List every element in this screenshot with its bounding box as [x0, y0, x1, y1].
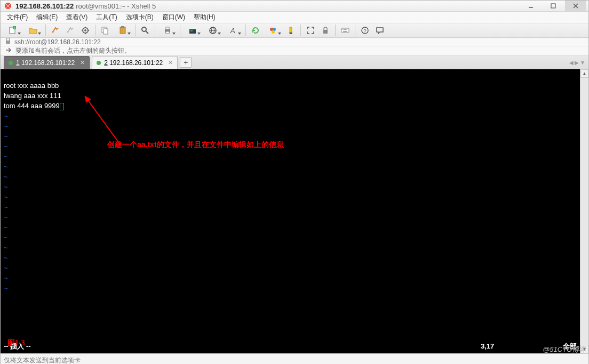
watermark: @51CTO博客 [543, 345, 586, 354]
compose-bar [1, 353, 588, 364]
toolbar-separator [180, 25, 180, 36]
terminal-line: lwang aaa xxx 111 [4, 92, 61, 100]
hint-arrow-icon[interactable] [5, 46, 12, 55]
new-session-button[interactable]: + [3, 23, 22, 37]
vertical-scrollbar[interactable]: ▲ ▼ [580, 69, 588, 353]
toolbar-separator [245, 25, 246, 36]
svg-text:+: + [13, 26, 15, 29]
menu-view[interactable]: 查看(V) [62, 12, 92, 23]
scroll-track[interactable] [580, 78, 588, 345]
menu-bar: 文件(F) 编辑(E) 查看(V) 工具(T) 选项卡(B) 窗口(W) 帮助(… [1, 12, 588, 23]
tab-label: 192.168.26.101:22 [109, 59, 163, 67]
font-button[interactable]: A [224, 23, 243, 37]
svg-point-8 [52, 31, 54, 33]
svg-line-21 [146, 31, 148, 34]
terminal[interactable]: root xxx aaaa bbb lwang aaa xxx 111 tom … [1, 69, 580, 353]
menu-tabs[interactable]: 选项卡(B) [122, 12, 158, 23]
scroll-up-button[interactable]: ▲ [580, 69, 588, 78]
fullscreen-button[interactable] [304, 23, 317, 37]
color-scheme-button[interactable] [264, 23, 283, 37]
vim-empty-line: ~ [4, 223, 8, 231]
tab-nav: ◀ ▶ ▼ [569, 60, 585, 66]
print-button[interactable] [158, 23, 177, 37]
svg-rect-37 [343, 29, 344, 30]
svg-rect-19 [121, 26, 124, 28]
tab-close-icon[interactable]: ✕ [80, 59, 85, 66]
refresh-button[interactable] [249, 23, 262, 37]
svg-rect-35 [323, 30, 328, 34]
vim-empty-line: ~ [4, 122, 8, 130]
vim-empty-line: ~ [4, 173, 8, 181]
vim-empty-line: ~ [4, 132, 8, 140]
feedback-button[interactable] [373, 23, 387, 37]
language-button[interactable] [203, 23, 222, 37]
vim-empty-line: ~ [4, 274, 8, 282]
properties-button[interactable] [78, 23, 92, 37]
window-title-sub: root@vms001:~ - Xshell 5 [76, 2, 156, 10]
menu-help[interactable]: 帮助(H) [189, 12, 220, 23]
svg-point-33 [272, 30, 275, 34]
svg-rect-41 [343, 31, 347, 32]
xftp-button[interactable] [183, 23, 202, 37]
connection-status-icon [97, 61, 101, 65]
menu-edit[interactable]: 编辑(E) [32, 12, 62, 23]
svg-rect-36 [341, 28, 349, 33]
session-tab-1[interactable]: 1 192.168.26.101:22 ✕ [4, 56, 90, 69]
address-url[interactable]: ssh://root@192.168.26.101:22 [14, 38, 101, 46]
open-session-button[interactable] [23, 23, 43, 37]
help-button[interactable]: ? [358, 23, 372, 37]
vim-empty-line: ~ [4, 152, 8, 160]
paste-button[interactable] [113, 23, 132, 37]
vim-empty-line: ~ [4, 244, 8, 252]
maximize-button[interactable] [543, 1, 564, 11]
highlight-button[interactable] [284, 23, 298, 37]
svg-rect-26 [190, 30, 193, 31]
menu-tools[interactable]: 工具(T) [92, 12, 121, 23]
vim-empty-line: ~ [4, 284, 8, 292]
tab-add-button[interactable]: + [180, 57, 192, 68]
vim-mode-line: -- 插入 -- 3,17 全部 [4, 342, 577, 351]
svg-rect-38 [344, 29, 345, 30]
svg-rect-23 [166, 27, 169, 29]
tab-bar: 1 192.168.26.101:22 ✕ 2 192.168.26.101:2… [1, 56, 588, 69]
app-window: 192.168.26.101:22 root@vms001:~ - Xshell… [0, 0, 589, 364]
compose-input[interactable] [4, 355, 585, 364]
svg-rect-18 [120, 27, 125, 34]
tab-close-icon[interactable]: ✕ [168, 59, 173, 66]
find-button[interactable] [138, 23, 152, 37]
vim-empty-line: ~ [4, 183, 8, 191]
annotation-arrow [81, 92, 129, 150]
disconnect-button[interactable] [63, 23, 77, 37]
keyboard-button[interactable] [338, 23, 352, 37]
close-button[interactable] [565, 1, 586, 11]
vim-empty-line: ~ [4, 112, 8, 120]
tab-list-button[interactable]: ▼ [580, 60, 585, 66]
terminal-line: root xxx aaaa bbb [4, 82, 59, 90]
svg-rect-40 [347, 29, 348, 30]
terminal-line: tom 444 aaa 9999 [4, 102, 60, 110]
annotation-text: 创建一个aa.txt的文件，并且在文件中编辑如上的信息 [107, 140, 284, 149]
session-tab-2[interactable]: 2 192.168.26.101:22 ✕ [92, 56, 178, 69]
menu-window[interactable]: 窗口(W) [158, 12, 189, 23]
toolbar-separator [300, 25, 301, 36]
terminal-wrap: root xxx aaaa bbb lwang aaa xxx 111 tom … [1, 69, 588, 353]
svg-rect-44 [6, 41, 10, 44]
vim-empty-line: ~ [4, 254, 8, 262]
toolbar-separator [135, 25, 136, 36]
lock-button[interactable] [319, 23, 332, 37]
menu-file[interactable]: 文件(F) [3, 12, 32, 23]
svg-line-45 [85, 96, 121, 145]
reconnect-button[interactable] [49, 23, 62, 37]
minimize-button[interactable] [520, 1, 542, 11]
svg-point-20 [142, 27, 146, 31]
vim-empty-line: ~ [4, 264, 8, 272]
copy-button[interactable] [98, 23, 112, 37]
tab-prev-button[interactable]: ◀ [569, 60, 574, 66]
figure-label: 图1-3 [7, 338, 25, 348]
lock-icon [5, 38, 11, 46]
vim-position: 3,17 [481, 342, 545, 351]
address-bar: ssh://root@192.168.26.101:22 [1, 38, 588, 46]
vim-empty-line: ~ [4, 233, 8, 241]
hint-bar: 要添加当前会话，点击左侧的箭头按钮。 [1, 46, 588, 56]
tab-next-button[interactable]: ▶ [575, 60, 579, 66]
